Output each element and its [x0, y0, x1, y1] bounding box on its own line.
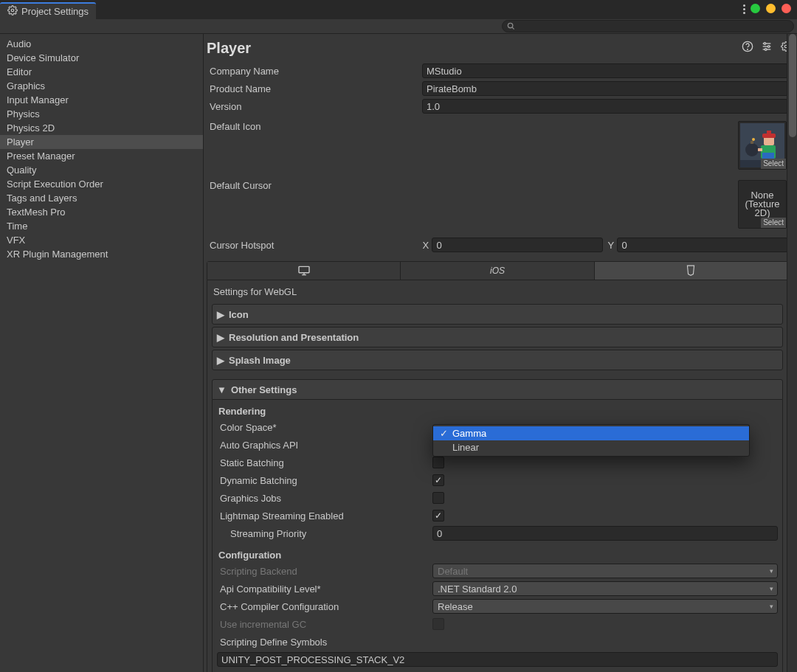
settings-for-label: Settings for WebGL	[212, 285, 783, 302]
lightmap-streaming-checkbox[interactable]: ✓	[432, 510, 444, 522]
window-controls	[751, 4, 791, 13]
product-name-label: Product Name	[207, 83, 422, 94]
chevron-right-icon: ▶	[217, 332, 224, 343]
rendering-section-title: Rendering	[217, 406, 778, 417]
static-batching-label: Static Batching	[217, 457, 432, 468]
scripting-backend-label: Scripting Backend	[217, 566, 432, 577]
ios-label: iOS	[490, 266, 505, 276]
cursor-hotspot-x-input[interactable]	[432, 238, 603, 252]
foldout-icon[interactable]: ▶ Icon	[212, 304, 783, 325]
configuration-section-title: Configuration	[217, 550, 778, 561]
option-label: Linear	[452, 442, 479, 453]
product-name-input[interactable]	[422, 81, 788, 96]
color-space-dropdown-popup: ✓ Gamma Linear	[432, 424, 750, 457]
cpp-config-dropdown[interactable]: Release	[432, 599, 778, 614]
api-compat-label: Api Compatibility Level*	[217, 583, 432, 595]
sidebar-item-vfx[interactable]: VFX	[0, 233, 203, 247]
incremental-gc-checkbox[interactable]	[432, 618, 444, 630]
platform-tab-ios[interactable]: iOS	[401, 262, 594, 280]
default-cursor-label: Default Cursor	[207, 180, 422, 229]
company-name-input[interactable]	[422, 63, 788, 78]
sidebar-item-input-manager[interactable]: Input Manager	[0, 93, 203, 107]
cursor-hotspot-x-label: X	[422, 240, 429, 251]
version-label: Version	[207, 101, 422, 112]
sidebar-item-physics[interactable]: Physics	[0, 107, 203, 121]
svg-rect-22	[758, 148, 762, 151]
version-input[interactable]	[422, 99, 788, 114]
cpp-config-label: C++ Compiler Configuration	[217, 601, 432, 612]
sidebar-item-xr-plugin-management[interactable]: XR Plugin Management	[0, 247, 203, 261]
sidebar-item-editor[interactable]: Editor	[0, 65, 203, 79]
foldout-other-settings[interactable]: ▼ Other Settings	[212, 379, 783, 400]
vertical-scrollbar[interactable]	[787, 34, 797, 672]
color-space-option-linear[interactable]: Linear	[433, 440, 749, 454]
svg-point-9	[767, 46, 770, 48]
static-batching-checkbox[interactable]	[432, 457, 444, 468]
checkmark-icon: ✓	[439, 428, 448, 439]
close-button[interactable]	[782, 4, 791, 13]
sidebar-item-script-execution-order[interactable]: Script Execution Order	[0, 177, 203, 191]
svg-point-0	[11, 9, 14, 12]
sidebar-item-textmesh-pro[interactable]: TextMesh Pro	[0, 205, 203, 219]
sidebar-item-physics-2d[interactable]: Physics 2D	[0, 121, 203, 135]
default-cursor-field[interactable]: None (Texture 2D) Select	[736, 180, 788, 229]
default-cursor-select-button[interactable]: Select	[761, 218, 786, 228]
default-icon-label: Default Icon	[207, 121, 422, 170]
scrollbar-thumb[interactable]	[789, 34, 796, 137]
sidebar-item-tags-and-layers[interactable]: Tags and Layers	[0, 191, 203, 205]
graphics-jobs-checkbox[interactable]	[432, 492, 444, 504]
svg-rect-15	[751, 141, 753, 144]
platform-tab-webgl[interactable]	[595, 262, 787, 280]
sidebar-item-quality[interactable]: Quality	[0, 163, 203, 177]
settings-sidebar[interactable]: AudioDevice SimulatorEditorGraphicsInput…	[0, 34, 204, 672]
window-tab[interactable]: Project Settings	[0, 2, 96, 19]
window-titlebar: Project Settings	[0, 0, 797, 19]
platform-tab-standalone[interactable]	[207, 262, 401, 280]
svg-rect-18	[762, 153, 774, 159]
sidebar-item-device-simulator[interactable]: Device Simulator	[0, 51, 203, 65]
sidebar-item-graphics[interactable]: Graphics	[0, 79, 203, 93]
platform-tabs: iOS	[207, 261, 788, 280]
streaming-priority-input[interactable]	[432, 526, 778, 541]
default-cursor-type: (Texture 2D)	[739, 200, 786, 218]
toolbar	[0, 19, 797, 34]
scripting-define-symbols-input[interactable]	[217, 652, 778, 667]
foldout-label: Icon	[229, 309, 249, 320]
graphics-jobs-label: Graphics Jobs	[217, 493, 432, 504]
search-input[interactable]	[502, 20, 794, 32]
sidebar-item-player[interactable]: Player	[0, 135, 203, 149]
sidebar-item-time[interactable]: Time	[0, 219, 203, 233]
svg-rect-23	[299, 266, 309, 272]
default-icon-select-button[interactable]: Select	[761, 159, 786, 169]
inspector-body: Company Name Product Name Version Defaul…	[204, 62, 797, 672]
maximize-button[interactable]	[751, 4, 760, 13]
chevron-down-icon: ▼	[217, 384, 227, 395]
other-settings-body: Rendering Color Space* ✓ Gamma	[212, 400, 783, 672]
color-space-label: Color Space*	[217, 422, 432, 433]
scripting-backend-dropdown[interactable]: Default	[432, 564, 778, 578]
tab-title: Project Settings	[21, 6, 89, 17]
svg-point-4	[748, 49, 748, 50]
minimize-button[interactable]	[766, 4, 776, 13]
color-space-option-gamma[interactable]: ✓ Gamma	[433, 426, 749, 440]
sidebar-item-audio[interactable]: Audio	[0, 37, 203, 51]
cursor-hotspot-y-input[interactable]	[617, 238, 788, 252]
api-compat-dropdown[interactable]: .NET Standard 2.0	[432, 581, 778, 596]
foldout-resolution[interactable]: ▶ Resolution and Presentation	[212, 327, 783, 347]
search-icon	[507, 22, 515, 30]
cursor-hotspot-y-label: Y	[607, 240, 614, 251]
svg-point-8	[764, 43, 766, 45]
preset-icon[interactable]	[760, 40, 773, 53]
incremental-gc-label: Use incremental GC	[217, 619, 432, 630]
sidebar-item-preset-manager[interactable]: Preset Manager	[0, 149, 203, 163]
foldout-splash[interactable]: ▶ Splash Image	[212, 350, 783, 370]
kebab-menu-icon[interactable]	[743, 4, 745, 14]
svg-point-16	[752, 138, 755, 141]
default-icon-field[interactable]: Select	[736, 121, 788, 170]
svg-point-14	[745, 143, 759, 156]
svg-point-1	[508, 23, 512, 27]
help-icon[interactable]	[741, 40, 754, 53]
dynamic-batching-checkbox[interactable]: ✓	[432, 474, 444, 486]
cursor-hotspot-label: Cursor Hotspot	[207, 240, 422, 251]
foldout-label: Splash Image	[229, 355, 291, 366]
